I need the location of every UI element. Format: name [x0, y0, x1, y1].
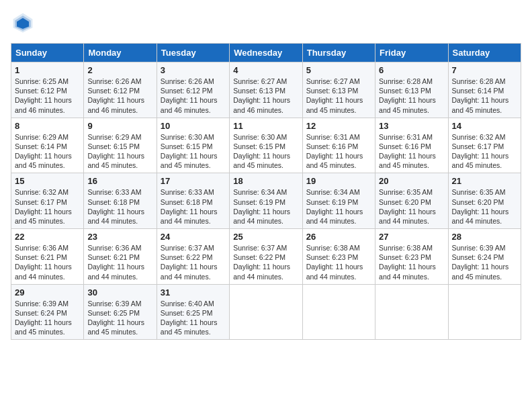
- day-cell: [375, 284, 448, 340]
- day-cell: 21 Sunrise: 6:35 AM Sunset: 6:20 PM Dayl…: [448, 173, 521, 229]
- day-info: Sunrise: 6:30 AM Sunset: 6:15 PM Dayligh…: [161, 132, 226, 171]
- day-number: 13: [379, 121, 444, 131]
- day-info: Sunrise: 6:33 AM Sunset: 6:18 PM Dayligh…: [87, 187, 152, 226]
- day-info: Sunrise: 6:36 AM Sunset: 6:21 PM Dayligh…: [87, 243, 152, 281]
- day-info: Sunrise: 6:31 AM Sunset: 6:16 PM Dayligh…: [306, 132, 371, 171]
- day-number: 22: [15, 232, 80, 242]
- day-cell: 18 Sunrise: 6:34 AM Sunset: 6:19 PM Dayl…: [230, 173, 302, 229]
- day-cell: 7 Sunrise: 6:28 AM Sunset: 6:14 PM Dayli…: [448, 62, 521, 118]
- week-row-1: 1 Sunrise: 6:25 AM Sunset: 6:12 PM Dayli…: [11, 62, 521, 118]
- day-cell: 4 Sunrise: 6:27 AM Sunset: 6:13 PM Dayli…: [230, 62, 302, 118]
- day-cell: [230, 284, 302, 340]
- day-info: Sunrise: 6:30 AM Sunset: 6:15 PM Dayligh…: [233, 132, 298, 171]
- day-cell: 6 Sunrise: 6:28 AM Sunset: 6:13 PM Dayli…: [375, 62, 448, 118]
- day-cell: 20 Sunrise: 6:35 AM Sunset: 6:20 PM Dayl…: [375, 173, 448, 229]
- day-number: 17: [161, 176, 226, 186]
- day-cell: 30 Sunrise: 6:39 AM Sunset: 6:25 PM Dayl…: [84, 284, 157, 340]
- day-number: 10: [161, 121, 226, 131]
- day-cell: 16 Sunrise: 6:33 AM Sunset: 6:18 PM Dayl…: [84, 173, 157, 229]
- day-info: Sunrise: 6:29 AM Sunset: 6:14 PM Dayligh…: [15, 132, 80, 171]
- page-header: [11, 11, 521, 35]
- day-number: 29: [15, 287, 80, 298]
- logo-icon: [11, 11, 35, 35]
- weekday-header-row: SundayMondayTuesdayWednesdayThursdayFrid…: [11, 44, 521, 62]
- day-number: 19: [306, 176, 371, 186]
- day-number: 28: [452, 232, 517, 242]
- day-number: 30: [87, 287, 152, 298]
- day-number: 23: [87, 232, 152, 242]
- day-cell: 28 Sunrise: 6:39 AM Sunset: 6:24 PM Dayl…: [448, 229, 521, 285]
- day-cell: 10 Sunrise: 6:30 AM Sunset: 6:15 PM Dayl…: [157, 118, 229, 173]
- day-cell: 14 Sunrise: 6:32 AM Sunset: 6:17 PM Dayl…: [448, 118, 521, 173]
- day-cell: 26 Sunrise: 6:38 AM Sunset: 6:23 PM Dayl…: [302, 229, 375, 285]
- day-number: 1: [15, 65, 80, 75]
- day-number: 26: [306, 232, 371, 242]
- day-cell: 23 Sunrise: 6:36 AM Sunset: 6:21 PM Dayl…: [84, 229, 157, 285]
- day-number: 8: [15, 121, 80, 131]
- day-info: Sunrise: 6:25 AM Sunset: 6:12 PM Dayligh…: [15, 77, 80, 115]
- day-info: Sunrise: 6:36 AM Sunset: 6:21 PM Dayligh…: [15, 243, 80, 281]
- weekday-header-wednesday: Wednesday: [230, 44, 302, 62]
- weekday-header-sunday: Sunday: [11, 44, 84, 62]
- day-info: Sunrise: 6:26 AM Sunset: 6:12 PM Dayligh…: [161, 77, 226, 115]
- day-number: 25: [233, 232, 298, 242]
- logo: [11, 11, 39, 35]
- day-number: 2: [87, 65, 152, 75]
- day-cell: 5 Sunrise: 6:27 AM Sunset: 6:13 PM Dayli…: [302, 62, 375, 118]
- day-cell: 19 Sunrise: 6:34 AM Sunset: 6:19 PM Dayl…: [302, 173, 375, 229]
- week-row-4: 22 Sunrise: 6:36 AM Sunset: 6:21 PM Dayl…: [11, 229, 521, 285]
- day-info: Sunrise: 6:38 AM Sunset: 6:23 PM Dayligh…: [306, 243, 371, 281]
- weekday-header-saturday: Saturday: [448, 44, 521, 62]
- day-info: Sunrise: 6:29 AM Sunset: 6:15 PM Dayligh…: [87, 132, 152, 171]
- day-cell: 27 Sunrise: 6:38 AM Sunset: 6:23 PM Dayl…: [375, 229, 448, 285]
- week-row-2: 8 Sunrise: 6:29 AM Sunset: 6:14 PM Dayli…: [11, 118, 521, 173]
- day-info: Sunrise: 6:32 AM Sunset: 6:17 PM Dayligh…: [15, 187, 80, 226]
- day-number: 16: [87, 176, 152, 186]
- day-cell: 8 Sunrise: 6:29 AM Sunset: 6:14 PM Dayli…: [11, 118, 84, 173]
- day-info: Sunrise: 6:28 AM Sunset: 6:13 PM Dayligh…: [379, 77, 444, 115]
- day-info: Sunrise: 6:39 AM Sunset: 6:24 PM Dayligh…: [15, 299, 80, 337]
- day-info: Sunrise: 6:35 AM Sunset: 6:20 PM Dayligh…: [379, 187, 444, 226]
- day-number: 11: [233, 121, 298, 131]
- day-cell: 3 Sunrise: 6:26 AM Sunset: 6:12 PM Dayli…: [157, 62, 229, 118]
- day-number: 31: [161, 287, 226, 298]
- day-cell: [448, 284, 521, 340]
- day-cell: 12 Sunrise: 6:31 AM Sunset: 6:16 PM Dayl…: [302, 118, 375, 173]
- day-number: 6: [379, 65, 444, 75]
- day-info: Sunrise: 6:39 AM Sunset: 6:25 PM Dayligh…: [87, 299, 152, 337]
- day-number: 15: [15, 176, 80, 186]
- day-number: 3: [161, 65, 226, 75]
- day-info: Sunrise: 6:39 AM Sunset: 6:24 PM Dayligh…: [452, 243, 517, 281]
- day-cell: [302, 284, 375, 340]
- weekday-header-tuesday: Tuesday: [157, 44, 229, 62]
- day-info: Sunrise: 6:27 AM Sunset: 6:13 PM Dayligh…: [233, 77, 298, 115]
- day-info: Sunrise: 6:31 AM Sunset: 6:16 PM Dayligh…: [379, 132, 444, 171]
- calendar: SundayMondayTuesdayWednesdayThursdayFrid…: [11, 43, 521, 340]
- day-number: 9: [87, 121, 152, 131]
- day-info: Sunrise: 6:26 AM Sunset: 6:12 PM Dayligh…: [87, 77, 152, 115]
- day-info: Sunrise: 6:27 AM Sunset: 6:13 PM Dayligh…: [306, 77, 371, 115]
- day-number: 21: [452, 176, 517, 186]
- weekday-header-monday: Monday: [84, 44, 157, 62]
- weekday-header-thursday: Thursday: [302, 44, 375, 62]
- week-row-3: 15 Sunrise: 6:32 AM Sunset: 6:17 PM Dayl…: [11, 173, 521, 229]
- week-row-5: 29 Sunrise: 6:39 AM Sunset: 6:24 PM Dayl…: [11, 284, 521, 340]
- day-cell: 22 Sunrise: 6:36 AM Sunset: 6:21 PM Dayl…: [11, 229, 84, 285]
- day-info: Sunrise: 6:35 AM Sunset: 6:20 PM Dayligh…: [452, 187, 517, 226]
- day-info: Sunrise: 6:38 AM Sunset: 6:23 PM Dayligh…: [379, 243, 444, 281]
- day-number: 5: [306, 65, 371, 75]
- day-info: Sunrise: 6:40 AM Sunset: 6:25 PM Dayligh…: [161, 299, 226, 337]
- day-number: 24: [161, 232, 226, 242]
- day-info: Sunrise: 6:28 AM Sunset: 6:14 PM Dayligh…: [452, 77, 517, 115]
- day-cell: 31 Sunrise: 6:40 AM Sunset: 6:25 PM Dayl…: [157, 284, 229, 340]
- weekday-header-friday: Friday: [375, 44, 448, 62]
- day-number: 27: [379, 232, 444, 242]
- day-cell: 17 Sunrise: 6:33 AM Sunset: 6:18 PM Dayl…: [157, 173, 229, 229]
- day-info: Sunrise: 6:37 AM Sunset: 6:22 PM Dayligh…: [161, 243, 226, 281]
- day-number: 7: [452, 65, 517, 75]
- day-info: Sunrise: 6:37 AM Sunset: 6:22 PM Dayligh…: [233, 243, 298, 281]
- day-number: 14: [452, 121, 517, 131]
- day-cell: 24 Sunrise: 6:37 AM Sunset: 6:22 PM Dayl…: [157, 229, 229, 285]
- day-info: Sunrise: 6:33 AM Sunset: 6:18 PM Dayligh…: [161, 187, 226, 226]
- day-number: 20: [379, 176, 444, 186]
